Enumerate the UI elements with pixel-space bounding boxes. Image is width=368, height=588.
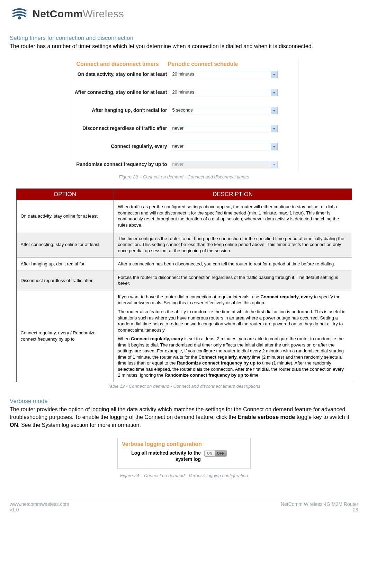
chevron-down-icon[interactable] (271, 125, 278, 132)
footer-url: www.netcommwireless.com (10, 501, 69, 507)
label-randomise-freq: Randomise connect frequency by up to (74, 161, 171, 168)
table-row: When traffic as per the configured setti… (114, 200, 352, 232)
select-data-activity[interactable]: 20 minutes (171, 71, 271, 78)
table-row: After hanging up, don't redial for (16, 257, 114, 271)
heading-verbose: Verbose mode (10, 398, 358, 405)
select-randomise-freq: never (171, 161, 271, 168)
svg-point-0 (18, 16, 21, 19)
table-12-caption: Table 12 - Connect on demand - Connect a… (16, 384, 352, 389)
body-timers: The router has a number of timer setting… (10, 43, 358, 50)
col-option: OPTION (16, 189, 114, 200)
footer-version: v1.0 (10, 507, 69, 512)
chevron-down-icon[interactable] (271, 143, 278, 150)
timers-description-table: OPTION DESCRIPTION On data activity, sta… (16, 188, 352, 382)
table-row: After a connection has been disconnected… (114, 257, 352, 271)
label-data-activity: On data activity, stay online for at lea… (74, 71, 171, 78)
tab-connect-disconnect[interactable]: Connect and disconnect timers (77, 61, 159, 67)
chevron-down-icon[interactable] (271, 89, 278, 96)
table-row: Forces the router to disconnect the conn… (114, 271, 352, 290)
body-verbose: The router provides the option of loggin… (10, 406, 358, 429)
select-disconnect-regardless[interactable]: never (171, 125, 271, 132)
select-connect-regularly[interactable]: never (171, 143, 271, 150)
tab-periodic-schedule[interactable]: Periodic connect schedule (168, 61, 238, 67)
label-connect-regularly: Connect regularly, every (74, 143, 171, 150)
netcomm-logo-icon (10, 7, 29, 21)
brand-logo: NetCommWireless (10, 7, 358, 21)
label-after-connecting: After connecting, stay online for at lea… (74, 89, 171, 96)
table-row: If you want to have the router dial a co… (114, 290, 352, 382)
verbose-config-panel: Verbose logging configuration Log all ma… (117, 438, 251, 469)
table-row: After connecting, stay online for at lea… (16, 232, 114, 257)
select-after-hangup[interactable]: 5 seconds (171, 107, 271, 114)
table-row: This timer configures the router to not … (114, 232, 352, 257)
chevron-down-icon[interactable] (271, 71, 278, 78)
table-row: On data activity, stay online for at lea… (16, 200, 114, 232)
verbose-label: Log all matched activity to the system l… (122, 450, 204, 462)
verbose-title: Verbose logging configuration (122, 441, 246, 447)
table-row: Connect regularly, every / Randomize con… (16, 290, 114, 382)
heading-timers: Setting timers for connection and discon… (10, 35, 358, 42)
chevron-down-icon (271, 161, 278, 168)
brand-text: NetCommWireless (33, 8, 124, 20)
footer-page: 29 (281, 507, 358, 512)
chevron-down-icon[interactable] (271, 107, 278, 114)
figure-23-caption: Figure 23 – Connect on demand - Connect … (10, 174, 358, 179)
timers-config-panel: Connect and disconnect timers Periodic c… (70, 58, 298, 172)
footer-rule (10, 499, 358, 499)
select-after-connecting[interactable]: 20 minutes (171, 89, 271, 96)
label-disconnect-regardless: Disconnect regardless of traffic after (74, 125, 171, 132)
col-description: DESCRIPTION (114, 189, 352, 200)
label-after-hangup: After hanging up, don't redial for (74, 107, 171, 114)
verbose-toggle[interactable]: ON OFF (204, 450, 227, 457)
figure-24-caption: Figure 24 – Connect on demand - Verbose … (10, 473, 358, 478)
footer-product: NetComm Wireless 4G M2M Router (281, 501, 358, 507)
toggle-off[interactable]: OFF (215, 450, 226, 456)
toggle-on[interactable]: ON (205, 450, 215, 456)
table-row: Disconnect regardless of traffic after (16, 271, 114, 290)
page-footer: www.netcommwireless.com v1.0 NetComm Wir… (10, 501, 358, 512)
